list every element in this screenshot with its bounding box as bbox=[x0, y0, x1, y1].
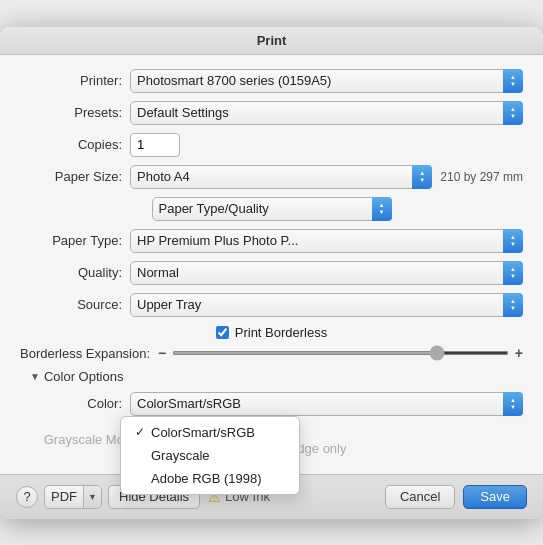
help-button[interactable]: ? bbox=[16, 486, 38, 508]
print-borderless-row: Print Borderless bbox=[20, 325, 523, 340]
source-select[interactable]: Upper Tray bbox=[130, 293, 523, 317]
color-row: Color: ColorSmart/sRGB ✓ ColorSmart/sRGB bbox=[20, 392, 523, 416]
colorsmart-check-icon: ✓ bbox=[135, 425, 151, 439]
printer-label: Printer: bbox=[20, 73, 130, 88]
dropdown-item-adobe-rgb-label: Adobe RGB (1998) bbox=[151, 471, 262, 486]
quality-select-container: Normal bbox=[130, 261, 523, 285]
section-select-wrapper: Paper Type/Quality bbox=[152, 197, 392, 221]
borderless-expansion-label: Borderless Expansion: bbox=[20, 346, 158, 361]
color-options-header[interactable]: ▼ Color Options bbox=[20, 369, 523, 384]
source-select-container: Upper Tray bbox=[130, 293, 523, 317]
color-options-title: Color Options bbox=[44, 369, 123, 384]
color-select-container: ColorSmart/sRGB bbox=[130, 392, 523, 416]
dropdown-item-colorsmart-label: ColorSmart/sRGB bbox=[151, 425, 255, 440]
quality-select-wrapper: Normal bbox=[130, 261, 523, 285]
dropdown-item-grayscale-label: Grayscale bbox=[151, 448, 210, 463]
slider-plus-icon: + bbox=[515, 346, 523, 360]
window-title: Print bbox=[257, 33, 287, 48]
slider-minus-icon: − bbox=[158, 346, 166, 360]
pdf-label: PDF bbox=[45, 489, 83, 504]
printer-select-container: Photosmart 8700 series (0159A5) bbox=[130, 69, 523, 93]
color-label: Color: bbox=[20, 396, 130, 411]
section-select-container: Paper Type/Quality bbox=[152, 197, 392, 221]
titlebar: Print bbox=[0, 27, 543, 55]
copies-input-wrapper bbox=[130, 133, 523, 157]
paper-type-select-container: HP Premium Plus Photo P... bbox=[130, 229, 523, 253]
printer-select-wrapper: Photosmart 8700 series (0159A5) bbox=[130, 69, 523, 93]
dropdown-item-colorsmart[interactable]: ✓ ColorSmart/sRGB bbox=[121, 421, 299, 444]
paper-size-select[interactable]: Photo A4 bbox=[130, 165, 432, 189]
window-body: Printer: Photosmart 8700 series (0159A5)… bbox=[0, 55, 543, 474]
color-select-wrapper: ColorSmart/sRGB ✓ ColorSmart/sRGB Graysc… bbox=[130, 392, 523, 416]
presets-select[interactable]: Default Settings bbox=[130, 101, 523, 125]
borderless-expansion-slider[interactable] bbox=[172, 351, 509, 355]
printer-row: Printer: Photosmart 8700 series (0159A5) bbox=[20, 69, 523, 93]
paper-type-label: Paper Type: bbox=[20, 233, 130, 248]
slider-wrap: − + bbox=[158, 346, 523, 360]
paper-size-row: Paper Size: Photo A4 210 by 297 mm bbox=[20, 165, 523, 189]
print-borderless-checkbox[interactable] bbox=[216, 326, 229, 339]
question-mark-label: ? bbox=[23, 489, 30, 504]
paper-size-dimensions: 210 by 297 mm bbox=[440, 170, 523, 184]
paper-type-select[interactable]: HP Premium Plus Photo P... bbox=[130, 229, 523, 253]
presets-select-container: Default Settings bbox=[130, 101, 523, 125]
quality-label: Quality: bbox=[20, 265, 130, 280]
save-button[interactable]: Save bbox=[463, 485, 527, 509]
borderless-expansion-row: Borderless Expansion: − + bbox=[20, 346, 523, 361]
section-select-row: Paper Type/Quality bbox=[20, 197, 523, 221]
pdf-button[interactable]: PDF ▼ bbox=[44, 485, 102, 509]
color-dropdown-popup: ✓ ColorSmart/sRGB Grayscale Adobe RGB (1… bbox=[120, 416, 300, 495]
paper-size-select-wrapper: Photo A4 bbox=[130, 165, 432, 189]
dropdown-item-adobe-rgb[interactable]: Adobe RGB (1998) bbox=[121, 467, 299, 490]
paper-type-select-wrapper: HP Premium Plus Photo P... bbox=[130, 229, 523, 253]
paper-size-select-container: Photo A4 bbox=[130, 165, 432, 189]
printer-select[interactable]: Photosmart 8700 series (0159A5) bbox=[130, 69, 523, 93]
paper-size-label: Paper Size: bbox=[20, 169, 130, 184]
dropdown-item-grayscale[interactable]: Grayscale bbox=[121, 444, 299, 467]
pdf-dropdown-arrow: ▼ bbox=[83, 486, 101, 508]
print-borderless-label: Print Borderless bbox=[235, 325, 327, 340]
presets-select-wrapper: Default Settings bbox=[130, 101, 523, 125]
print-dialog: Print Printer: Photosmart 8700 series (0… bbox=[0, 27, 543, 519]
section-select[interactable]: Paper Type/Quality bbox=[152, 197, 392, 221]
quality-select[interactable]: Normal bbox=[130, 261, 523, 285]
presets-row: Presets: Default Settings bbox=[20, 101, 523, 125]
presets-label: Presets: bbox=[20, 105, 130, 120]
copies-label: Copies: bbox=[20, 137, 130, 152]
paper-size-controls: Photo A4 210 by 297 mm bbox=[130, 165, 523, 189]
collapse-triangle-icon: ▼ bbox=[30, 371, 40, 382]
cancel-button[interactable]: Cancel bbox=[385, 485, 455, 509]
paper-type-row: Paper Type: HP Premium Plus Photo P... bbox=[20, 229, 523, 253]
color-select[interactable]: ColorSmart/sRGB bbox=[130, 392, 523, 416]
footer-right: Cancel Save bbox=[385, 485, 527, 509]
copies-row: Copies: bbox=[20, 133, 523, 157]
source-label: Source: bbox=[20, 297, 130, 312]
quality-row: Quality: Normal bbox=[20, 261, 523, 285]
source-row: Source: Upper Tray bbox=[20, 293, 523, 317]
copies-input[interactable] bbox=[130, 133, 180, 157]
source-select-wrapper: Upper Tray bbox=[130, 293, 523, 317]
